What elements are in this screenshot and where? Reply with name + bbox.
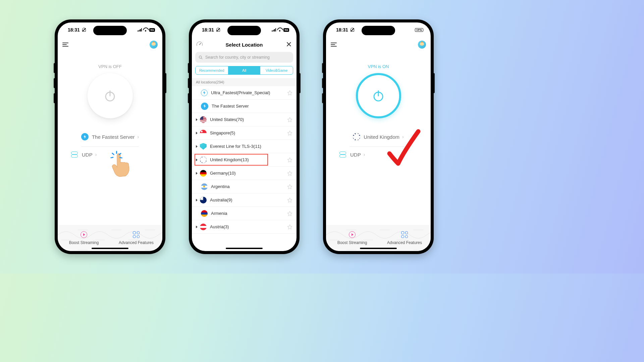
tab-video-game[interactable]: Video&Game [260,66,293,74]
advanced-label: Advanced Features [387,240,422,245]
vpn-status-label: VPN is ON [368,64,389,69]
favorite-star-icon[interactable] [287,224,292,230]
favorite-star-icon[interactable] [287,184,292,189]
location-row[interactable]: Austria(3) [192,220,297,234]
search-input[interactable]: Search for country, city or streaming [195,52,293,63]
location-row[interactable]: The Fastest Server [192,100,297,113]
location-name: Ultra_Fastest(Private_Special) [211,90,284,95]
location-name: United Kingdom(13) [210,157,284,162]
location-row[interactable]: Ultra_Fastest(Private_Special) [192,86,297,100]
expand-caret-icon [196,226,198,228]
screen-3: 18:31 VPN VPN is ON United Kingdom › [326,22,431,251]
boost-streaming-tab[interactable]: Boost Streaming [58,225,110,251]
svg-line-3 [201,58,202,59]
server-select-row[interactable]: The Fastest Server › [81,132,139,142]
power-icon [103,89,117,103]
protocol-row[interactable]: UDP › [339,152,365,158]
server-label: United Kingdom [364,134,399,140]
protocol-icon [71,152,78,158]
favorite-star-icon[interactable] [287,211,292,216]
location-row[interactable]: Armenia [192,207,297,220]
status-time: 18:31 [68,27,80,33]
favorite-star-icon[interactable] [287,197,292,203]
expand-caret-icon [196,118,198,121]
protocol-icon [339,152,347,158]
favorite-star-icon[interactable] [287,130,292,136]
main-content: VPN is OFF The Fastest Server › UDP › [58,52,162,225]
screen-2: 18:31 5G Select Location ✕ Search for co… [192,22,297,251]
phone-frame-3: 18:31 VPN VPN is ON United Kingdom › [323,19,434,254]
vpn-badge: VPN [415,28,423,32]
wifi-icon [277,28,282,32]
menu-button[interactable] [331,43,337,47]
home-indicator[interactable] [226,248,263,249]
search-placeholder: Search for country, city or streaming [205,55,270,60]
tab-all[interactable]: All [228,66,261,74]
server-label: The Fastest Server [92,134,135,140]
location-name: Armenia [211,211,284,216]
home-indicator[interactable] [92,248,128,249]
dnd-icon [216,28,220,32]
divider [82,146,139,147]
flag-icon [200,170,207,177]
speed-test-button[interactable] [197,42,203,48]
location-row[interactable]: Argentina [192,180,297,193]
main-content: VPN is ON United Kingdom › UDP › [326,52,431,225]
home-indicator[interactable] [360,248,397,249]
protocol-row[interactable]: UDP › [71,152,97,158]
location-row[interactable]: Australia(9) [192,193,297,207]
status-time: 18:31 [336,27,348,33]
chevron-right-icon: › [364,152,365,157]
protocol-label: UDP [350,152,361,158]
location-row[interactable]: Everest Line for TLS-3(11) [192,140,297,153]
location-row[interactable]: United States(70) [192,113,297,126]
status-time: 18:31 [202,27,214,33]
location-row[interactable]: Germany(10) [192,167,297,180]
bolt-icon [81,133,89,140]
favorite-star-icon[interactable] [287,90,292,96]
play-icon [80,231,87,238]
power-button[interactable] [88,73,133,118]
grid-icon [133,231,140,238]
flag-uk-icon [353,133,360,140]
search-icon [199,55,203,60]
location-row[interactable]: Singapore(5) [192,126,297,140]
favorite-star-icon[interactable] [287,157,292,163]
flag-icon [200,143,207,150]
expand-caret-icon [196,159,198,161]
location-name: The Fastest Server [212,104,292,109]
favorite-star-icon[interactable] [287,171,292,176]
boost-streaming-tab[interactable]: Boost Streaming [326,225,378,251]
location-name: Singapore(5) [210,130,284,135]
wifi-icon [143,28,148,32]
vpn-status-label: VPN is OFF [98,64,121,69]
server-select-row[interactable]: United Kingdom › [353,132,404,142]
bottom-tabs: Boost Streaming Advanced Features [58,225,162,251]
flag-icon [200,130,207,136]
cellular-icon [138,28,142,32]
flag-icon [200,116,207,123]
location-header: Select Location ✕ [192,37,297,52]
avatar-button[interactable] [418,41,426,49]
avatar-button[interactable] [150,41,158,49]
app-header [326,37,431,52]
tab-recommended[interactable]: Recommended [196,66,228,74]
location-name: Germany(10) [210,171,284,176]
close-button[interactable]: ✕ [286,40,292,49]
boost-label: Boost Streaming [69,240,99,245]
location-name: Austria(3) [210,224,284,229]
location-name: Australia(9) [210,197,284,202]
favorite-star-icon[interactable] [287,117,292,122]
location-name: Everest Line for TLS-3(11) [210,144,292,149]
location-name: Argentina [211,184,284,189]
power-button[interactable] [356,73,401,118]
location-list[interactable]: Ultra_Fastest(Private_Special)The Fastes… [192,86,297,251]
expand-caret-icon [196,132,198,134]
dynamic-island [93,26,127,35]
flag-icon [200,197,207,203]
location-row[interactable]: United Kingdom(13) [192,153,297,167]
advanced-features-tab[interactable]: Advanced Features [110,225,162,251]
advanced-features-tab[interactable]: Advanced Features [378,225,431,251]
menu-button[interactable] [62,43,68,47]
dynamic-island [227,26,261,35]
